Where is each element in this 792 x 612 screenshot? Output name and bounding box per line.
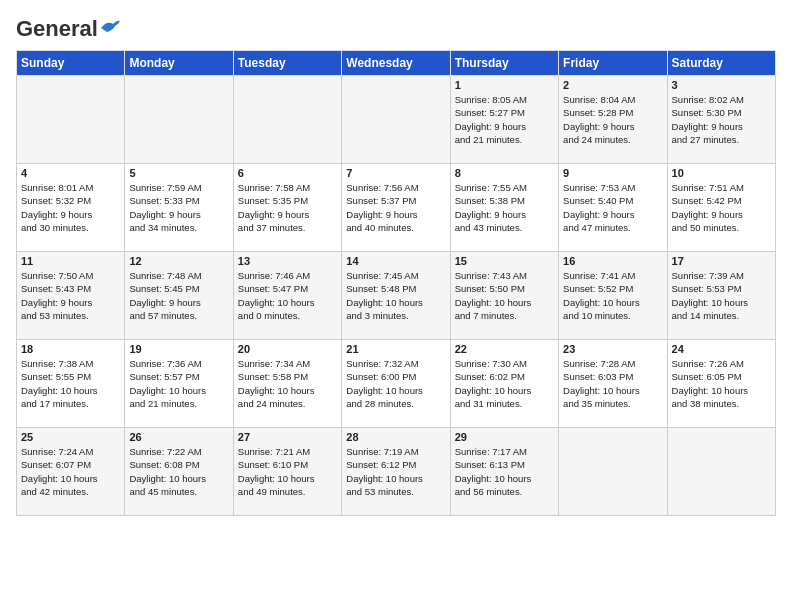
calendar-cell: 3Sunrise: 8:02 AM Sunset: 5:30 PM Daylig… <box>667 76 775 164</box>
day-number: 3 <box>672 79 771 91</box>
day-number: 29 <box>455 431 554 443</box>
col-header-tuesday: Tuesday <box>233 51 341 76</box>
calendar-cell: 26Sunrise: 7:22 AM Sunset: 6:08 PM Dayli… <box>125 428 233 516</box>
day-number: 7 <box>346 167 445 179</box>
col-header-saturday: Saturday <box>667 51 775 76</box>
day-info: Sunrise: 7:41 AM Sunset: 5:52 PM Dayligh… <box>563 269 662 322</box>
calendar-cell <box>342 76 450 164</box>
day-number: 11 <box>21 255 120 267</box>
calendar-cell: 8Sunrise: 7:55 AM Sunset: 5:38 PM Daylig… <box>450 164 558 252</box>
day-number: 20 <box>238 343 337 355</box>
day-info: Sunrise: 7:34 AM Sunset: 5:58 PM Dayligh… <box>238 357 337 410</box>
day-number: 5 <box>129 167 228 179</box>
calendar-cell: 24Sunrise: 7:26 AM Sunset: 6:05 PM Dayli… <box>667 340 775 428</box>
day-info: Sunrise: 7:48 AM Sunset: 5:45 PM Dayligh… <box>129 269 228 322</box>
day-number: 14 <box>346 255 445 267</box>
calendar-cell: 27Sunrise: 7:21 AM Sunset: 6:10 PM Dayli… <box>233 428 341 516</box>
col-header-friday: Friday <box>559 51 667 76</box>
day-number: 4 <box>21 167 120 179</box>
page-header: General <box>16 16 776 38</box>
calendar-cell: 16Sunrise: 7:41 AM Sunset: 5:52 PM Dayli… <box>559 252 667 340</box>
day-info: Sunrise: 8:02 AM Sunset: 5:30 PM Dayligh… <box>672 93 771 146</box>
day-info: Sunrise: 7:56 AM Sunset: 5:37 PM Dayligh… <box>346 181 445 234</box>
day-info: Sunrise: 7:36 AM Sunset: 5:57 PM Dayligh… <box>129 357 228 410</box>
day-number: 27 <box>238 431 337 443</box>
calendar-cell: 10Sunrise: 7:51 AM Sunset: 5:42 PM Dayli… <box>667 164 775 252</box>
calendar-cell: 6Sunrise: 7:58 AM Sunset: 5:35 PM Daylig… <box>233 164 341 252</box>
calendar-cell: 22Sunrise: 7:30 AM Sunset: 6:02 PM Dayli… <box>450 340 558 428</box>
calendar-cell: 17Sunrise: 7:39 AM Sunset: 5:53 PM Dayli… <box>667 252 775 340</box>
day-number: 19 <box>129 343 228 355</box>
day-info: Sunrise: 7:45 AM Sunset: 5:48 PM Dayligh… <box>346 269 445 322</box>
day-info: Sunrise: 7:22 AM Sunset: 6:08 PM Dayligh… <box>129 445 228 498</box>
day-info: Sunrise: 7:55 AM Sunset: 5:38 PM Dayligh… <box>455 181 554 234</box>
day-info: Sunrise: 7:58 AM Sunset: 5:35 PM Dayligh… <box>238 181 337 234</box>
day-number: 12 <box>129 255 228 267</box>
day-info: Sunrise: 8:04 AM Sunset: 5:28 PM Dayligh… <box>563 93 662 146</box>
day-info: Sunrise: 7:30 AM Sunset: 6:02 PM Dayligh… <box>455 357 554 410</box>
day-info: Sunrise: 7:59 AM Sunset: 5:33 PM Dayligh… <box>129 181 228 234</box>
calendar-cell <box>125 76 233 164</box>
calendar-cell <box>667 428 775 516</box>
day-info: Sunrise: 7:26 AM Sunset: 6:05 PM Dayligh… <box>672 357 771 410</box>
day-number: 26 <box>129 431 228 443</box>
calendar-cell: 11Sunrise: 7:50 AM Sunset: 5:43 PM Dayli… <box>17 252 125 340</box>
calendar-cell: 1Sunrise: 8:05 AM Sunset: 5:27 PM Daylig… <box>450 76 558 164</box>
day-info: Sunrise: 7:53 AM Sunset: 5:40 PM Dayligh… <box>563 181 662 234</box>
day-number: 1 <box>455 79 554 91</box>
calendar-cell: 12Sunrise: 7:48 AM Sunset: 5:45 PM Dayli… <box>125 252 233 340</box>
day-number: 21 <box>346 343 445 355</box>
calendar-cell <box>17 76 125 164</box>
calendar-cell: 5Sunrise: 7:59 AM Sunset: 5:33 PM Daylig… <box>125 164 233 252</box>
day-number: 10 <box>672 167 771 179</box>
calendar-cell: 28Sunrise: 7:19 AM Sunset: 6:12 PM Dayli… <box>342 428 450 516</box>
day-info: Sunrise: 7:50 AM Sunset: 5:43 PM Dayligh… <box>21 269 120 322</box>
day-number: 23 <box>563 343 662 355</box>
calendar-cell: 9Sunrise: 7:53 AM Sunset: 5:40 PM Daylig… <box>559 164 667 252</box>
calendar-cell: 18Sunrise: 7:38 AM Sunset: 5:55 PM Dayli… <box>17 340 125 428</box>
day-number: 6 <box>238 167 337 179</box>
day-number: 22 <box>455 343 554 355</box>
col-header-sunday: Sunday <box>17 51 125 76</box>
day-info: Sunrise: 7:51 AM Sunset: 5:42 PM Dayligh… <box>672 181 771 234</box>
day-number: 2 <box>563 79 662 91</box>
day-number: 24 <box>672 343 771 355</box>
day-info: Sunrise: 7:17 AM Sunset: 6:13 PM Dayligh… <box>455 445 554 498</box>
calendar-cell: 20Sunrise: 7:34 AM Sunset: 5:58 PM Dayli… <box>233 340 341 428</box>
calendar-cell: 19Sunrise: 7:36 AM Sunset: 5:57 PM Dayli… <box>125 340 233 428</box>
day-info: Sunrise: 8:01 AM Sunset: 5:32 PM Dayligh… <box>21 181 120 234</box>
day-info: Sunrise: 7:38 AM Sunset: 5:55 PM Dayligh… <box>21 357 120 410</box>
col-header-wednesday: Wednesday <box>342 51 450 76</box>
day-info: Sunrise: 7:39 AM Sunset: 5:53 PM Dayligh… <box>672 269 771 322</box>
day-info: Sunrise: 7:46 AM Sunset: 5:47 PM Dayligh… <box>238 269 337 322</box>
day-info: Sunrise: 7:19 AM Sunset: 6:12 PM Dayligh… <box>346 445 445 498</box>
day-number: 18 <box>21 343 120 355</box>
calendar-cell: 4Sunrise: 8:01 AM Sunset: 5:32 PM Daylig… <box>17 164 125 252</box>
calendar-cell: 13Sunrise: 7:46 AM Sunset: 5:47 PM Dayli… <box>233 252 341 340</box>
day-info: Sunrise: 8:05 AM Sunset: 5:27 PM Dayligh… <box>455 93 554 146</box>
calendar-cell <box>233 76 341 164</box>
day-info: Sunrise: 7:21 AM Sunset: 6:10 PM Dayligh… <box>238 445 337 498</box>
day-info: Sunrise: 7:24 AM Sunset: 6:07 PM Dayligh… <box>21 445 120 498</box>
day-info: Sunrise: 7:43 AM Sunset: 5:50 PM Dayligh… <box>455 269 554 322</box>
day-number: 8 <box>455 167 554 179</box>
calendar-cell: 15Sunrise: 7:43 AM Sunset: 5:50 PM Dayli… <box>450 252 558 340</box>
calendar-cell: 14Sunrise: 7:45 AM Sunset: 5:48 PM Dayli… <box>342 252 450 340</box>
col-header-monday: Monday <box>125 51 233 76</box>
calendar-cell: 29Sunrise: 7:17 AM Sunset: 6:13 PM Dayli… <box>450 428 558 516</box>
day-number: 28 <box>346 431 445 443</box>
day-number: 13 <box>238 255 337 267</box>
day-number: 16 <box>563 255 662 267</box>
day-number: 17 <box>672 255 771 267</box>
calendar-cell: 23Sunrise: 7:28 AM Sunset: 6:03 PM Dayli… <box>559 340 667 428</box>
calendar-cell: 7Sunrise: 7:56 AM Sunset: 5:37 PM Daylig… <box>342 164 450 252</box>
logo: General <box>16 16 121 38</box>
calendar-cell: 2Sunrise: 8:04 AM Sunset: 5:28 PM Daylig… <box>559 76 667 164</box>
day-number: 25 <box>21 431 120 443</box>
col-header-thursday: Thursday <box>450 51 558 76</box>
day-info: Sunrise: 7:32 AM Sunset: 6:00 PM Dayligh… <box>346 357 445 410</box>
calendar-cell: 25Sunrise: 7:24 AM Sunset: 6:07 PM Dayli… <box>17 428 125 516</box>
day-number: 15 <box>455 255 554 267</box>
bird-icon <box>99 18 121 36</box>
calendar-table: SundayMondayTuesdayWednesdayThursdayFrid… <box>16 50 776 516</box>
